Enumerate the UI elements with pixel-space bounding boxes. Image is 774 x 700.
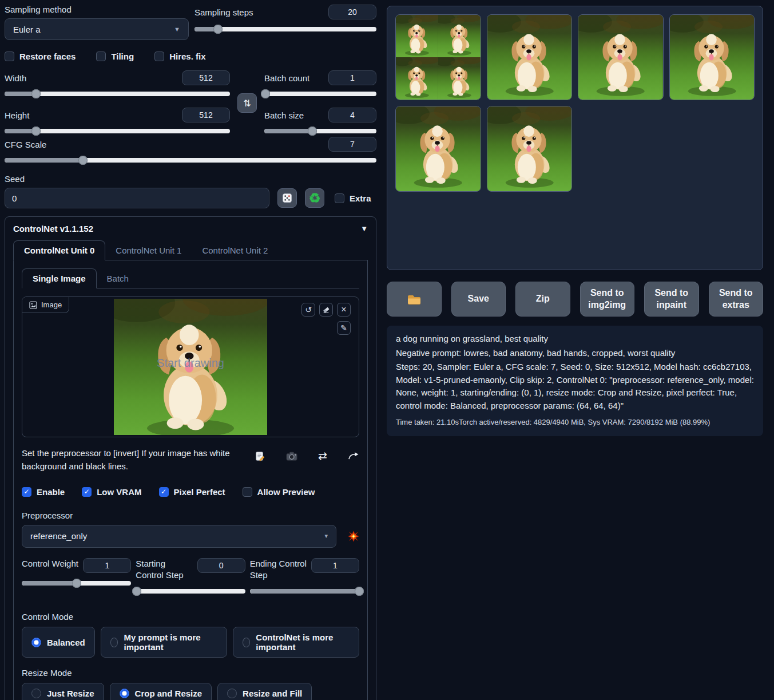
controlnet-source-image[interactable]: [114, 299, 267, 435]
undo-image-button[interactable]: ↺: [301, 303, 315, 317]
new-canvas-button[interactable]: [255, 451, 265, 462]
ending-control-step-slider[interactable]: [250, 587, 359, 596]
batch-size-input[interactable]: 4: [328, 108, 376, 122]
reuse-seed-button[interactable]: ♻: [305, 188, 324, 208]
radio-resize-and-fill[interactable]: Resize and Fill: [217, 683, 312, 700]
preprocessor-hint-text: Set the preprocessor to [invert] If your…: [22, 446, 255, 473]
eraser-icon: [322, 306, 330, 314]
seed-input[interactable]: 0: [5, 188, 269, 208]
send-to-inpaint-button[interactable]: Send to inpaint: [644, 282, 699, 317]
gallery-image-2[interactable]: [487, 14, 573, 100]
controlnet-image-dropzone[interactable]: Image Start drawing ↺: [22, 296, 359, 437]
radio-my-prompt-is-more-important[interactable]: My prompt is more important: [101, 627, 227, 658]
starting-control-step-slider[interactable]: [136, 587, 245, 596]
batch-size-slider[interactable]: [264, 126, 376, 136]
tab-single-image[interactable]: Single Image: [22, 268, 97, 288]
weight-group-ending-control-step: Ending Control Step1: [250, 558, 359, 596]
checkbox-box-icon[interactable]: [154, 52, 164, 61]
tab-controlnet-unit-1[interactable]: ControlNet Unit 1: [105, 240, 192, 260]
ending-control-step-input[interactable]: 1: [311, 558, 359, 573]
webcam-button[interactable]: [286, 451, 297, 461]
radio-label: My prompt is more important: [124, 632, 217, 652]
height-input[interactable]: 512: [182, 108, 230, 122]
radio-dot-icon: [120, 689, 129, 698]
height-slider[interactable]: [5, 126, 230, 136]
sampling-method-select[interactable]: Euler a ▼: [5, 18, 189, 40]
prompt-text: a dog running on grassland, best quality: [396, 333, 754, 346]
time-taken-text: Time taken: 21.10sTorch active/reserved:…: [396, 417, 754, 428]
width-slider[interactable]: [5, 89, 230, 98]
checkbox-label: Hires. fix: [169, 52, 205, 61]
remove-image-button[interactable]: ×: [337, 303, 351, 317]
memo-icon: [255, 451, 265, 462]
checkbox-label: Low VRAM: [97, 487, 141, 497]
radio-controlnet-is-more-important[interactable]: ControlNet is more important: [233, 627, 359, 658]
image-chip: Image: [22, 297, 69, 313]
checkbox-allow-preview[interactable]: Allow Preview: [243, 487, 315, 497]
control-weight-slider[interactable]: [22, 579, 131, 588]
checkbox-extra[interactable]: Extra: [335, 193, 371, 203]
gallery-image-3[interactable]: [578, 14, 664, 100]
controlnet-title: ControlNet v1.1.152: [13, 224, 93, 234]
checkbox-hires-fix[interactable]: Hires. fix: [154, 52, 205, 61]
checkbox-box-icon[interactable]: ✓: [22, 487, 31, 497]
radio-dot-icon: [243, 638, 251, 647]
gallery-image-6[interactable]: [487, 106, 573, 192]
radio-label: Just Resize: [47, 689, 94, 698]
resize-mode-radio-group: Just ResizeCrop and ResizeResize and Fil…: [22, 683, 359, 700]
batch-count-input[interactable]: 1: [328, 70, 376, 85]
sketch-pencil-button[interactable]: ✎: [337, 321, 351, 335]
checkbox-pixel-perfect[interactable]: ✓Pixel Perfect: [159, 487, 225, 497]
save-button[interactable]: Save: [451, 282, 506, 317]
ending-control-step-label: Ending Control Step: [250, 558, 308, 582]
radio-just-resize[interactable]: Just Resize: [22, 683, 104, 700]
checkbox-box-icon[interactable]: ✓: [82, 487, 92, 497]
checkbox-box-icon[interactable]: [335, 193, 344, 203]
control-weight-input[interactable]: 1: [83, 558, 131, 573]
run-preprocessor-button[interactable]: [348, 531, 359, 542]
gallery-image-5[interactable]: [395, 106, 481, 192]
radio-balanced[interactable]: Balanced: [22, 627, 95, 658]
send-dimensions-button[interactable]: [348, 451, 359, 460]
checkbox-box-icon[interactable]: ✓: [159, 487, 169, 497]
checkbox-box-icon[interactable]: [96, 52, 106, 61]
batch-count-slider[interactable]: [264, 89, 376, 98]
width-input[interactable]: 512: [182, 70, 230, 85]
open-folder-button[interactable]: [387, 282, 442, 317]
sampling-steps-input[interactable]: 20: [328, 5, 376, 19]
tab-controlnet-unit-2[interactable]: ControlNet Unit 2: [192, 240, 278, 260]
sampling-steps-slider[interactable]: [195, 25, 376, 34]
radio-crop-and-resize[interactable]: Crop and Resize: [110, 683, 212, 700]
tab-batch[interactable]: Batch: [97, 268, 139, 288]
mirror-webcam-button[interactable]: ⇄: [318, 451, 327, 461]
gallery-image-4[interactable]: [669, 14, 755, 100]
checkbox-label: Enable: [37, 487, 65, 497]
checkbox-restore-faces[interactable]: Restore faces: [5, 52, 76, 61]
cfg-scale-slider[interactable]: [5, 156, 376, 165]
controlnet-accordion-header[interactable]: ControlNet v1.1.152 ▼: [13, 224, 368, 234]
checkbox-low-vram[interactable]: ✓Low VRAM: [82, 487, 141, 497]
radio-label: ControlNet is more important: [256, 632, 350, 652]
send-to-extras-button[interactable]: Send to extras: [709, 282, 764, 317]
cfg-scale-input[interactable]: 7: [328, 137, 376, 152]
checkbox-tiling[interactable]: Tiling: [96, 52, 134, 61]
chevron-down-icon: ▼: [174, 26, 180, 33]
checkbox-box-icon[interactable]: [243, 487, 252, 497]
folder-icon: [407, 293, 422, 306]
erase-image-button[interactable]: [319, 303, 333, 317]
tab-controlnet-unit-0[interactable]: ControlNet Unit 0: [13, 240, 105, 260]
checkbox-enable[interactable]: ✓Enable: [22, 487, 65, 497]
accordion-collapse-icon[interactable]: ▼: [360, 224, 368, 233]
result-gallery: [387, 6, 763, 270]
checkbox-box-icon[interactable]: [5, 52, 14, 61]
starting-control-step-input[interactable]: 0: [197, 558, 245, 573]
gallery-image-1[interactable]: [395, 14, 481, 100]
preprocessor-select[interactable]: reference_only ▾: [22, 525, 336, 548]
zip-button[interactable]: Zip: [515, 282, 570, 317]
cfg-scale-label: CFG Scale: [5, 140, 46, 149]
send-to-img2img-button[interactable]: Send to img2img: [580, 282, 635, 317]
control-mode-label: Control Mode: [22, 612, 359, 622]
random-seed-button[interactable]: [277, 188, 297, 208]
settings-column: Sampling method Euler a ▼ Sampling steps…: [5, 5, 376, 700]
swap-width-height-button[interactable]: ⇅: [237, 93, 257, 113]
